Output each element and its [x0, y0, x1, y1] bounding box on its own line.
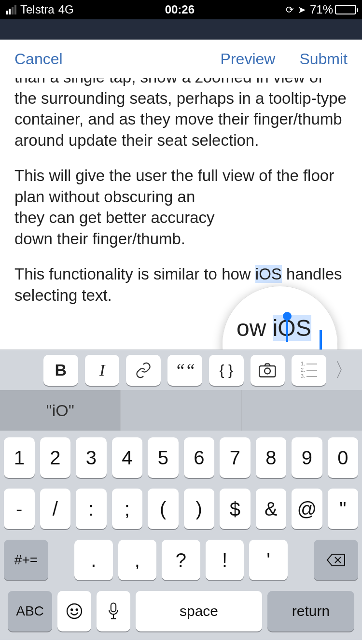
- bold-button[interactable]: B: [43, 355, 78, 386]
- key-slash[interactable]: /: [40, 489, 71, 529]
- battery-icon: [335, 5, 356, 14]
- key-5[interactable]: 5: [148, 437, 179, 478]
- key-question[interactable]: ?: [162, 540, 200, 580]
- key-7[interactable]: 7: [220, 437, 251, 478]
- key-symbols-shift[interactable]: #+=: [4, 540, 48, 580]
- key-3[interactable]: 3: [76, 437, 107, 478]
- suggestion-cell[interactable]: [242, 390, 362, 431]
- key-amp[interactable]: &: [256, 489, 287, 529]
- editor-paragraph: This will give the user the full view of…: [14, 165, 348, 249]
- carrier-label: Telstra: [20, 3, 55, 16]
- svg-point-3: [71, 609, 72, 611]
- key-semicolon[interactable]: ;: [112, 489, 143, 529]
- suggestion-cell[interactable]: "iO": [0, 390, 121, 431]
- key-9[interactable]: 9: [292, 437, 322, 478]
- link-icon: [135, 362, 152, 379]
- svg-rect-5: [111, 603, 116, 612]
- key-abc[interactable]: ABC: [8, 591, 52, 631]
- camera-button[interactable]: [251, 355, 285, 386]
- key-dictation[interactable]: [97, 591, 130, 631]
- editor-paragraph: than a single tap, show a zoomed in view…: [14, 78, 348, 151]
- keyboard: "iO" 1 2 3 4 5 6 7 8 9 0 - / : ; ( ) $ &…: [0, 390, 362, 640]
- key-1[interactable]: 1: [4, 437, 35, 478]
- quote-button[interactable]: ““: [167, 355, 202, 386]
- svg-point-1: [265, 368, 270, 374]
- keyboard-suggestion-bar: "iO": [0, 390, 362, 431]
- ordered-list-button[interactable]: 1. 2. 3.: [292, 355, 326, 386]
- loupe-selection: iOS: [273, 315, 311, 341]
- submit-button[interactable]: Submit: [299, 50, 348, 68]
- italic-button[interactable]: I: [85, 355, 120, 386]
- camera-icon: [259, 363, 276, 378]
- status-bar: Telstra 4G 00:26 ⟳ ➤ 71%: [0, 0, 362, 19]
- app-header-strip: [0, 19, 362, 40]
- key-quote[interactable]: ": [328, 489, 359, 529]
- status-left: Telstra 4G: [6, 3, 74, 16]
- key-space[interactable]: space: [136, 591, 262, 631]
- key-emoji[interactable]: [57, 591, 91, 631]
- key-apostrophe[interactable]: ': [249, 540, 288, 580]
- battery-indicator: 71%: [310, 3, 356, 16]
- key-at[interactable]: @: [292, 489, 322, 529]
- text-selection[interactable]: iOS: [255, 265, 282, 283]
- microphone-icon: [107, 602, 120, 620]
- key-lparen[interactable]: (: [148, 489, 179, 529]
- key-colon[interactable]: :: [76, 489, 107, 529]
- backspace-icon: [326, 553, 346, 567]
- keyboard-row-4: ABC space return: [4, 591, 358, 636]
- key-dollar[interactable]: $: [220, 489, 251, 529]
- signal-icon: [6, 5, 16, 14]
- keyboard-row-2: - / : ; ( ) $ & @ ": [4, 489, 358, 529]
- key-period[interactable]: .: [74, 540, 113, 580]
- suggestion-cell[interactable]: [121, 390, 241, 431]
- key-2[interactable]: 2: [40, 437, 71, 478]
- code-button[interactable]: { }: [209, 355, 244, 386]
- key-backspace[interactable]: [314, 540, 358, 580]
- network-label: 4G: [58, 3, 74, 16]
- location-icon: ➤: [298, 4, 306, 15]
- clock: 00:26: [165, 3, 195, 16]
- format-toolbar: B I ““ { } 1. 2. 3. 〉: [0, 350, 362, 390]
- key-8[interactable]: 8: [256, 437, 287, 478]
- editor-textarea[interactable]: than a single tap, show a zoomed in view…: [0, 78, 362, 350]
- key-6[interactable]: 6: [184, 437, 215, 478]
- key-0[interactable]: 0: [328, 437, 359, 478]
- ordered-list-icon: 1. 2. 3.: [301, 361, 317, 379]
- key-4[interactable]: 4: [112, 437, 143, 478]
- key-comma[interactable]: ,: [118, 540, 157, 580]
- keyboard-row-3: #+= . , ? ! ': [4, 540, 358, 580]
- key-dash[interactable]: -: [4, 489, 35, 529]
- key-exclaim[interactable]: !: [206, 540, 244, 580]
- svg-point-2: [67, 604, 82, 618]
- toolbar-more-button[interactable]: 〉: [333, 355, 355, 386]
- preview-button[interactable]: Preview: [221, 50, 276, 68]
- emoji-icon: [66, 602, 83, 620]
- orientation-lock-icon: ⟳: [286, 4, 294, 15]
- battery-percent: 71%: [310, 3, 333, 16]
- cancel-button[interactable]: Cancel: [14, 50, 63, 68]
- key-rparen[interactable]: ): [184, 489, 215, 529]
- svg-point-4: [76, 609, 78, 611]
- keyboard-row-1: 1 2 3 4 5 6 7 8 9 0: [4, 437, 358, 478]
- key-return[interactable]: return: [267, 591, 354, 631]
- status-right: ⟳ ➤ 71%: [286, 3, 356, 16]
- editor-nav-bar: Cancel Preview Submit: [0, 40, 362, 78]
- link-button[interactable]: [126, 355, 161, 386]
